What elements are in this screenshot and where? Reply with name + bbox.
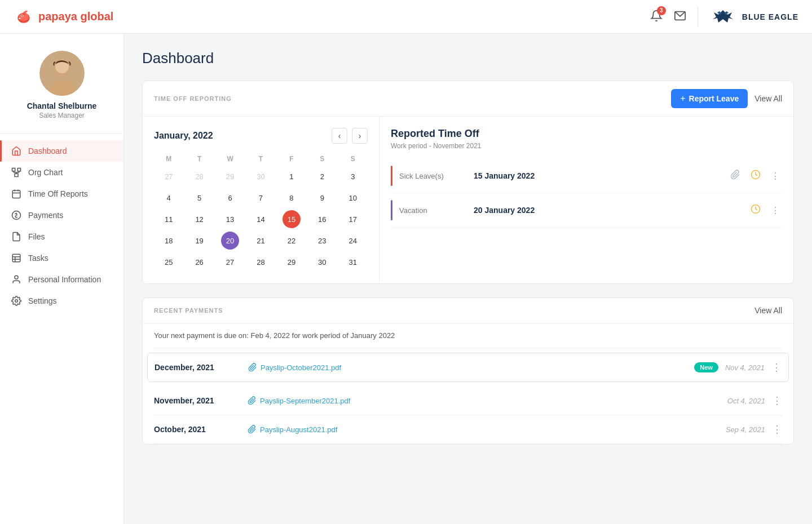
cal-day[interactable]: 8 [283,189,301,207]
cal-day[interactable]: 24 [344,232,362,250]
cal-day[interactable]: 19 [191,232,209,250]
vacation-leave-actions: ⋮ [748,202,782,219]
cal-day[interactable]: 23 [313,232,331,250]
time-off-card: TIME OFF REPORTING + Report Leave View A… [142,81,794,284]
payment-more-oct-button[interactable]: ⋮ [772,423,782,436]
time-off-header-label: TIME OFF REPORTING [154,95,232,102]
svg-rect-17 [12,190,20,198]
report-leave-button[interactable]: + Report Leave [671,89,748,108]
cal-day[interactable]: 18 [160,232,178,250]
time-off-body: January, 2022 ‹ › M T W T F S [143,117,793,283]
attachment-button[interactable] [728,167,743,184]
page-title: Dashboard [142,50,794,67]
cal-day-today[interactable]: 15 [283,210,301,228]
sidebar-item-settings[interactable]: Settings [0,290,123,312]
sick-leave-type: Sick Leave(s) [399,172,467,180]
cal-day[interactable]: 3 [344,167,362,185]
cal-day[interactable]: 26 [191,253,209,271]
svg-rect-10 [12,168,15,171]
clock-button-sick[interactable] [748,167,763,184]
cal-day-name-w: W [215,153,245,165]
settings-icon [11,296,21,306]
payment-file-link-dec[interactable]: Payslip-October2021.pdf [248,363,685,372]
paperclip-icon [730,170,740,180]
new-badge: New [694,362,718,372]
cal-day[interactable]: 6 [221,189,239,207]
notification-button[interactable]: 3 [650,10,663,24]
payment-more-nov-button[interactable]: ⋮ [772,394,782,407]
vacation-date: 20 January 2022 [474,206,742,215]
cal-day[interactable]: 25 [160,253,178,271]
cal-day[interactable]: 22 [283,232,301,250]
cal-day-name-s2: S [338,153,368,165]
sidebar-item-dashboard[interactable]: Dashboard [0,140,123,162]
sidebar: Chantal Shelburne Sales Manager Dashboar… [0,34,124,524]
payments-body: Your next payment is due on: Feb 4, 2022… [143,323,793,444]
payments-header-label: RECENT PAYMENTS [154,307,223,314]
clock-button-vacation[interactable] [748,202,763,219]
time-off-header-actions: + Report Leave View All [671,89,782,108]
cal-day[interactable]: 30 [313,253,331,271]
cal-day[interactable]: 30 [251,167,270,185]
mail-button[interactable] [674,10,686,24]
time-off-view-all-button[interactable]: View All [754,94,782,103]
cal-day[interactable]: 2 [313,167,331,185]
notification-badge: 3 [657,6,666,15]
plus-icon: + [680,94,685,104]
calendar-prev-button[interactable]: ‹ [332,128,347,144]
sidebar-item-files[interactable]: Files [0,226,123,247]
main-content: Dashboard TIME OFF REPORTING + Report Le… [124,34,812,524]
sidebar-item-payments[interactable]: Payments [0,205,123,226]
calendar-next-button[interactable]: › [352,128,368,144]
payment-file-link-nov[interactable]: Payslip-September2021.pdf [248,396,718,405]
cal-day[interactable]: 11 [160,210,178,228]
sidebar-item-label: Payments [28,211,63,220]
main-layout: Chantal Shelburne Sales Manager Dashboar… [0,0,812,524]
topnav-actions: 3 BLUE EAGLE [650,7,798,27]
cal-day[interactable]: 1 [283,167,301,185]
payment-more-dec-button[interactable]: ⋮ [771,361,782,374]
cal-day[interactable]: 5 [191,189,209,207]
cal-day[interactable]: 31 [344,253,362,271]
top-navigation: papaya global 3 BLUE EAGLE [0,0,812,34]
payment-file-link-oct[interactable]: Payslip-August2021.pdf [248,425,717,434]
payment-row-highlighted-wrap: December, 2021 Payslip-October2021.pdf N… [154,348,782,387]
payments-view-all-button[interactable]: View All [754,306,782,315]
cal-day[interactable]: 17 [344,210,362,228]
more-options-vacation-button[interactable]: ⋮ [769,203,782,218]
cal-day-selected[interactable]: 20 [221,232,239,250]
sidebar-item-tasks[interactable]: Tasks [0,247,123,269]
reported-time-off: Reported Time Off Work period - November… [379,117,793,283]
sidebar-item-time-off-reports[interactable]: Time Off Reports [0,183,123,205]
cal-day[interactable]: 16 [313,210,331,228]
more-options-sick-button[interactable]: ⋮ [769,168,782,184]
clock-icon [751,170,761,180]
payment-date-dec: Nov 4, 2021 [725,363,765,372]
cal-day[interactable]: 14 [251,210,270,228]
cal-day[interactable]: 27 [221,253,239,271]
report-leave-label: Report Leave [689,94,739,103]
payment-row-december: December, 2021 Payslip-October2021.pdf N… [147,353,789,382]
cal-day[interactable]: 29 [283,253,301,271]
paperclip-icon [248,363,257,372]
cal-day[interactable]: 13 [221,210,239,228]
cal-day[interactable]: 27 [160,167,178,185]
sidebar-item-org-chart[interactable]: Org Chart [0,162,123,183]
sidebar-item-personal-information[interactable]: Personal Information [0,269,123,290]
cal-day[interactable]: 4 [160,189,178,207]
cal-day[interactable]: 28 [191,167,209,185]
sick-leave-actions: ⋮ [728,167,782,184]
payment-period-oct: October, 2021 [154,425,239,434]
cal-day[interactable]: 7 [251,189,270,207]
cal-day[interactable]: 28 [251,253,270,271]
cal-day[interactable]: 9 [313,189,331,207]
payment-filename-nov: Payslip-September2021.pdf [260,397,350,405]
cal-day-name-s1: S [307,153,337,165]
cal-day[interactable]: 21 [251,232,270,250]
cal-day[interactable]: 29 [221,167,239,185]
cal-day[interactable]: 12 [191,210,209,228]
cal-day[interactable]: 10 [344,189,362,207]
calendar-header: January, 2022 ‹ › [154,128,368,144]
sidebar-item-label: Dashboard [28,146,67,156]
logo[interactable]: papaya global [14,7,113,27]
